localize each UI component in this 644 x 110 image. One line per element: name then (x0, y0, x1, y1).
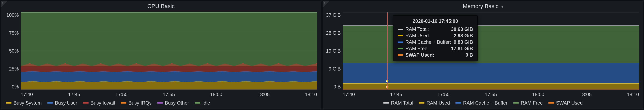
y-tick: 0% (12, 84, 19, 90)
x-tick: 17:45 (68, 92, 80, 97)
tooltip-label: SWAP Used: (405, 52, 464, 58)
cpu-layer-system (21, 81, 317, 90)
swatch-icon (398, 54, 403, 56)
mem-chart-area[interactable]: 37 GiB 28 GiB 19 GiB 9 GiB 0 B (323, 11, 643, 90)
legend-item-busy-iowait[interactable]: Busy Iowait (83, 100, 115, 106)
hover-dot-swap (386, 86, 388, 88)
tooltip-value: 17.81 GiB (451, 46, 473, 51)
legend-label: RAM Used (426, 100, 450, 106)
x-tick: 18:10 (305, 92, 317, 97)
y-tick: 19 GiB (326, 48, 341, 54)
cpu-legend: Busy System Busy User Busy Iowait Busy I… (1, 98, 321, 109)
legend-item-busy-user[interactable]: Busy User (47, 100, 77, 106)
x-tick: 18:05 (580, 92, 592, 97)
swatch-icon (157, 102, 163, 104)
swatch-icon (398, 28, 403, 30)
chevron-down-icon: ▾ (501, 4, 503, 9)
legend-label: SWAP Used (556, 100, 582, 106)
panel-memory-basic: Memory Basic ▾ 37 GiB 28 GiB 19 GiB 9 Gi… (323, 1, 643, 109)
panel-title-cpu[interactable]: CPU Basic (1, 1, 321, 11)
swatch-icon (548, 102, 554, 104)
cpu-layer-idle (21, 12, 317, 66)
tooltip-value: 30.63 GiB (451, 26, 473, 32)
swatch-icon (398, 35, 403, 36)
panel-title-text: CPU Basic (147, 3, 174, 9)
swatch-icon (121, 102, 126, 104)
legend-label: Busy IRQs (128, 100, 152, 106)
cpu-chart-area[interactable]: 100% 75% 50% 25% 0% (1, 11, 321, 90)
tooltip-timestamp: 2020-01-16 17:45:00 (398, 18, 473, 24)
swatch-icon (398, 42, 403, 43)
tooltip-row-ram-free: RAM Free: 17.81 GiB (398, 45, 473, 52)
legend-item-busy-other[interactable]: Busy Other (157, 100, 189, 106)
y-tick: 0 B (334, 84, 341, 90)
swatch-icon (194, 102, 200, 104)
cpu-x-axis: 17:40 17:45 17:50 17:55 18:00 18:05 18:1… (1, 90, 321, 98)
hover-tooltip: 2020-01-16 17:45:00 RAM Total: 30.63 GiB… (393, 15, 478, 61)
tooltip-label: RAM Used: (405, 33, 452, 38)
swatch-icon (384, 102, 389, 104)
legend-label: RAM Free (521, 100, 543, 106)
swatch-icon (83, 102, 88, 104)
mem-plot[interactable]: 2020-01-16 17:45:00 RAM Total: 30.63 GiB… (343, 12, 639, 90)
swatch-icon (456, 102, 461, 104)
panel-title-memory[interactable]: Memory Basic ▾ (323, 1, 643, 11)
legend-label: Busy System (14, 100, 42, 106)
y-tick: 75% (9, 30, 19, 36)
panel-info-icon[interactable] (1, 1, 8, 8)
y-tick: 50% (9, 48, 19, 54)
hover-dot-used (386, 80, 388, 82)
tooltip-value: 2.98 GiB (454, 33, 473, 38)
tooltip-label: RAM Free: (405, 46, 449, 51)
x-tick: 17:40 (21, 92, 33, 97)
y-tick: 28 GiB (326, 30, 341, 36)
tooltip-row-ram-total: RAM Total: 30.63 GiB (398, 26, 473, 32)
legend-label: Busy Other (165, 100, 189, 106)
y-tick: 9 GiB (329, 66, 341, 72)
cpu-plot[interactable] (21, 12, 317, 90)
panel-info-icon[interactable] (323, 1, 330, 8)
legend-item-busy-irqs[interactable]: Busy IRQs (121, 100, 152, 106)
tooltip-row-ram-cache: RAM Cache + Buffer: 9.83 GiB (398, 39, 473, 45)
x-tick: 18:00 (532, 92, 544, 97)
legend-item-busy-system[interactable]: Busy System (6, 100, 42, 106)
legend-label: Busy User (55, 100, 77, 106)
y-tick: 100% (6, 12, 19, 18)
legend-item-ram-cache[interactable]: RAM Cache + Buffer (456, 100, 507, 106)
x-tick: 17:40 (343, 92, 355, 97)
x-tick: 17:55 (163, 92, 175, 97)
x-tick: 18:00 (210, 92, 222, 97)
tooltip-row-swap-used: SWAP Used: 0 B (398, 52, 473, 58)
tooltip-label: RAM Total: (405, 26, 449, 32)
legend-item-ram-free[interactable]: RAM Free (513, 100, 543, 106)
swatch-icon (398, 48, 403, 49)
legend-item-idle[interactable]: Idle (194, 100, 210, 106)
legend-item-swap-used[interactable]: SWAP Used (548, 100, 582, 106)
tooltip-label: RAM Cache + Buffer: (405, 39, 452, 45)
x-tick: 17:55 (485, 92, 497, 97)
swatch-icon (513, 102, 519, 104)
x-tick: 17:50 (116, 92, 128, 97)
panel-cpu-basic: CPU Basic 100% 75% 50% 25% 0% 17:40 17:4… (1, 1, 321, 109)
mem-y-axis: 37 GiB 28 GiB 19 GiB 9 GiB 0 B (324, 12, 343, 90)
cpu-y-axis: 100% 75% 50% 25% 0% (2, 12, 21, 90)
crosshair-line (387, 12, 388, 90)
panel-title-text: Memory Basic (463, 3, 498, 9)
y-tick: 37 GiB (326, 12, 341, 18)
mem-legend: RAM Total RAM Used RAM Cache + Buffer RA… (323, 98, 643, 109)
mem-x-axis: 17:40 17:45 17:50 17:55 18:00 18:05 18:1… (323, 90, 643, 98)
x-tick: 18:05 (258, 92, 270, 97)
legend-item-ram-total[interactable]: RAM Total (384, 100, 413, 106)
x-tick: 17:50 (438, 92, 450, 97)
y-tick: 25% (9, 66, 19, 72)
x-tick: 17:45 (390, 92, 402, 97)
legend-label: RAM Cache + Buffer (463, 100, 507, 106)
legend-label: RAM Total (391, 100, 413, 106)
tooltip-row-ram-used: RAM Used: 2.98 GiB (398, 32, 473, 39)
tooltip-value: 0 B (466, 52, 473, 58)
swatch-icon (47, 102, 53, 104)
legend-label: Busy Iowait (90, 100, 115, 106)
swatch-icon (6, 102, 12, 104)
legend-item-ram-used[interactable]: RAM Used (419, 100, 450, 106)
swatch-icon (419, 102, 424, 104)
